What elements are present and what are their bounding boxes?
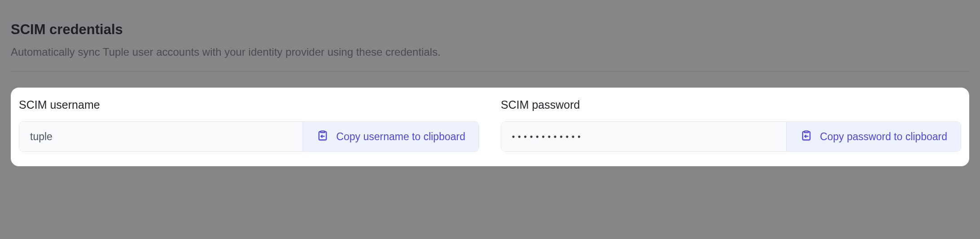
section-title: SCIM credentials — [11, 22, 969, 38]
password-value: •••••••••••• — [501, 122, 786, 151]
section-divider — [11, 71, 969, 71]
password-masked: •••••••••••• — [512, 132, 584, 142]
password-field-group: SCIM password •••••••••••• Copy passwo — [501, 98, 961, 152]
copy-username-label: Copy username to clipboard — [336, 131, 465, 143]
username-value: tuple — [19, 122, 302, 151]
clipboard-icon — [800, 129, 813, 144]
svg-rect-1 — [805, 131, 809, 133]
username-field-group: SCIM username tuple Copy username to cli… — [19, 98, 479, 152]
copy-password-button[interactable]: Copy password to clipboard — [786, 122, 961, 151]
password-input-row: •••••••••••• Copy password to clipboard — [501, 121, 961, 152]
section-subtitle: Automatically sync Tuple user accounts w… — [11, 46, 969, 58]
username-label: SCIM username — [19, 98, 479, 111]
copy-password-label: Copy password to clipboard — [820, 131, 947, 143]
copy-username-button[interactable]: Copy username to clipboard — [302, 122, 479, 151]
username-input-row: tuple Copy username to clipboard — [19, 121, 479, 152]
svg-rect-0 — [321, 131, 325, 133]
credentials-card: SCIM username tuple Copy username to cli… — [11, 88, 969, 166]
password-label: SCIM password — [501, 98, 961, 111]
clipboard-icon — [316, 129, 329, 144]
